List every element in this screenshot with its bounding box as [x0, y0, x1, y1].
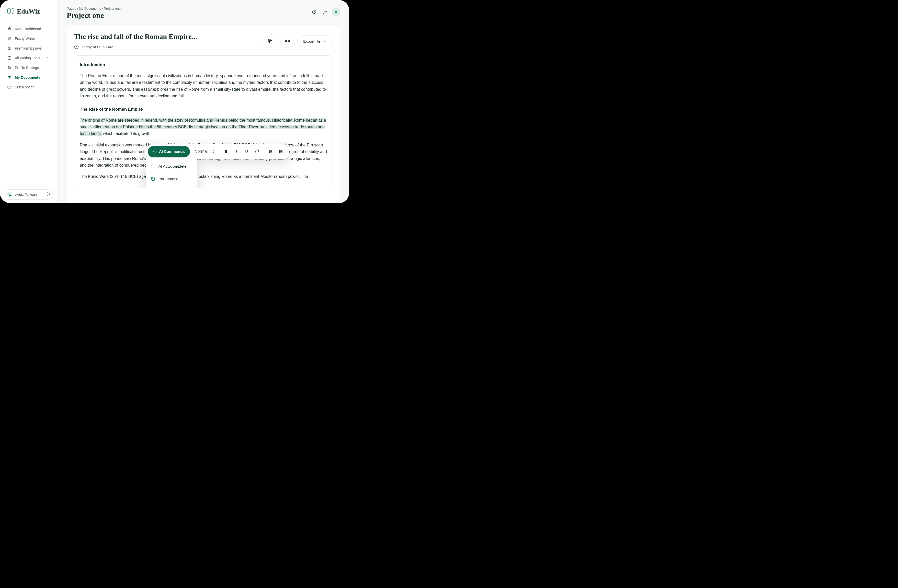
italic-icon: [234, 149, 239, 154]
ai-menu-label: Make longer: [158, 188, 180, 189]
document-card: The rise and fall of the Roman Empire...…: [67, 25, 340, 203]
paragraph: The Roman Empire, one of the most signif…: [80, 72, 327, 100]
sort-icon: [212, 149, 215, 154]
avatar-icon: [7, 192, 12, 197]
sidebar-item-label: Profile Settings: [15, 66, 39, 70]
chevron-down-icon: [323, 39, 327, 43]
avatar-button[interactable]: [332, 8, 340, 16]
user-chip[interactable]: Adela Parkson: [3, 189, 54, 200]
svg-point-3: [10, 68, 11, 69]
brand-logo: EduWiz: [0, 0, 57, 21]
ai-menu-autocomplete[interactable]: AI Autocomplete: [146, 160, 197, 173]
sidebar-item-dashboard[interactable]: Main Dashboard: [3, 24, 54, 34]
svg-point-13: [279, 152, 280, 153]
breadcrumb[interactable]: Pages / My Documents / Project one: [67, 7, 305, 11]
book-sparkle-icon: [7, 8, 14, 15]
svg-point-0: [8, 47, 11, 49]
topbar: Pages / My Documents / Project one Proje…: [67, 7, 340, 20]
paragraph: The origins of Rome are steeped in legen…: [80, 117, 327, 137]
ai-commands-label: AI Commands: [159, 149, 185, 155]
editor-body[interactable]: Introduction The Roman Empire, one of th…: [74, 55, 333, 188]
user-gear-icon: [7, 65, 12, 70]
underline-icon: [244, 149, 249, 154]
sidebar-item-my-documents[interactable]: My Documents: [3, 72, 54, 82]
unordered-list-button[interactable]: [277, 147, 285, 156]
ai-menu-paraphrase[interactable]: Paraphrase: [146, 173, 197, 185]
sidebar-item-subscription[interactable]: Subscription: [3, 82, 54, 92]
copy-button[interactable]: [263, 34, 277, 48]
user-name: Adela Parkson: [15, 193, 37, 197]
sidebar-item-writing-tools[interactable]: All Writing Tools: [3, 53, 54, 63]
sidebar-item-label: My Documents: [15, 75, 40, 80]
brand-name: EduWiz: [17, 8, 40, 15]
exit-icon: [323, 9, 327, 14]
svg-point-11: [279, 150, 280, 151]
ordered-list-button[interactable]: [266, 147, 275, 156]
italic-button[interactable]: [232, 147, 241, 156]
underline-button[interactable]: [242, 147, 251, 156]
export-button[interactable]: Export file: [297, 35, 333, 47]
card-icon: [7, 85, 12, 89]
main-content: Pages / My Documents / Project one Proje…: [57, 0, 349, 203]
link-icon: [255, 149, 259, 154]
svg-rect-4: [8, 86, 11, 88]
bold-icon: [224, 149, 229, 154]
ai-menu-make-longer[interactable]: Make longer: [146, 185, 197, 189]
link-button[interactable]: [252, 147, 261, 156]
sidebar-item-label: All Writing Tools: [15, 56, 40, 60]
sidebar-item-essay-writer[interactable]: Essay Writer: [3, 34, 54, 43]
copy-icon: [268, 38, 273, 44]
svg-point-7: [335, 11, 337, 12]
sparkle-icon: [153, 149, 157, 154]
tools-icon: [7, 56, 12, 60]
clock-icon: [74, 44, 79, 49]
ai-menu-label: Paraphrase: [158, 176, 178, 182]
refresh-icon: [151, 177, 155, 181]
logout-icon[interactable]: [46, 192, 50, 197]
audio-button[interactable]: [280, 34, 294, 48]
ai-commands-menu: AI Autocomplete Paraphrase Make longer S…: [146, 158, 197, 188]
ai-menu-label: AI Autocomplete: [158, 163, 186, 170]
award-icon: [7, 46, 12, 51]
sidebar-nav: Main Dashboard Essay Writer Premium Essa…: [0, 21, 57, 186]
sidebar-item-label: Main Dashboard: [15, 27, 41, 31]
help-circle-icon: [312, 9, 317, 14]
logout-top-button[interactable]: [321, 8, 329, 15]
chevron-down-icon: [46, 56, 50, 60]
avatar-icon: [334, 10, 338, 14]
sidebar: EduWiz Main Dashboard Essay Writer Premi…: [0, 0, 57, 203]
section-heading-intro: Introduction: [80, 61, 327, 69]
layers-icon: [7, 75, 12, 80]
svg-point-2: [8, 66, 10, 68]
home-icon: [7, 26, 12, 31]
bold-button[interactable]: [222, 147, 231, 156]
ai-commands-button[interactable]: AI Commands: [148, 146, 190, 157]
list-ol-icon: [268, 149, 273, 154]
svg-point-5: [9, 193, 10, 195]
wand-icon: [151, 164, 155, 169]
section-heading-rise: The Rise of the Roman Empire: [80, 106, 327, 113]
help-button[interactable]: [310, 8, 318, 15]
sidebar-item-label: Premium Essays: [15, 46, 42, 50]
wand-icon: [7, 36, 12, 41]
sidebar-item-label: Subscription: [15, 85, 34, 89]
page-title: Project one: [67, 11, 305, 20]
sidebar-item-premium-essays[interactable]: Premium Essays: [3, 43, 54, 53]
svg-point-12: [279, 151, 280, 152]
paragraph: The Punic Wars (264–146 BCE) against Car…: [80, 173, 327, 180]
floating-toolbar: AI Commands Normal: [146, 144, 289, 160]
volume-icon: [284, 38, 290, 44]
export-label: Export file: [303, 39, 320, 43]
document-meta: Today at 09:58 AM: [74, 44, 197, 49]
text-style-label: Normal: [195, 148, 208, 155]
sidebar-item-profile-settings[interactable]: Profile Settings: [3, 63, 54, 72]
document-timestamp: Today at 09:58 AM: [81, 45, 113, 49]
text-style-select[interactable]: Normal: [191, 146, 219, 157]
sidebar-item-label: Essay Writer: [15, 37, 35, 41]
list-ul-icon: [278, 149, 283, 154]
document-title: The rise and fall of the Roman Empire...: [74, 32, 197, 41]
